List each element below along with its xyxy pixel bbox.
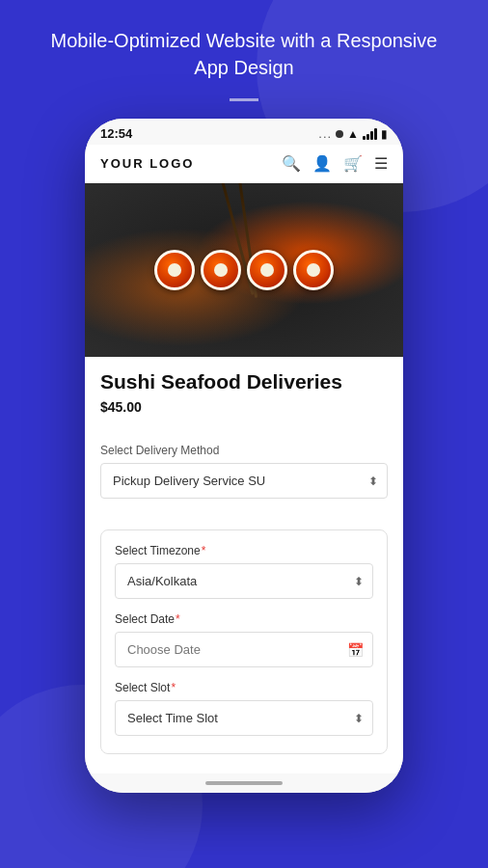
user-icon[interactable]: 👤: [312, 154, 332, 173]
date-required-star: *: [176, 612, 180, 626]
sushi-piece-2: [201, 250, 241, 290]
status-icons: ... ▲ ▮: [318, 126, 388, 141]
header-divider: [230, 98, 258, 101]
status-dots: ...: [318, 126, 332, 141]
slot-label-text: Select Slot: [115, 681, 170, 694]
phone-content: YOUR LOGO 🔍 👤 🛒 ☰ S: [85, 145, 403, 773]
camera-dot: [336, 130, 343, 138]
date-input[interactable]: [115, 632, 373, 667]
nav-bar: YOUR LOGO 🔍 👤 🛒 ☰: [85, 145, 403, 183]
date-label-text: Select Date: [115, 612, 175, 626]
timezone-label-text: Select Timezone: [115, 544, 201, 557]
cart-icon[interactable]: 🛒: [343, 154, 363, 173]
slot-label: Select Slot*: [115, 681, 373, 694]
timezone-label: Select Timezone*: [115, 544, 373, 557]
status-bar: 12:54 ... ▲ ▮: [85, 119, 403, 145]
timezone-group: Select Timezone* Asia/Kolkata ⬍: [115, 544, 373, 599]
form-card: Select Timezone* Asia/Kolkata ⬍ Select D…: [100, 529, 388, 754]
battery-icon: ▮: [381, 127, 388, 141]
sushi-piece-3: [247, 250, 287, 290]
date-group: Select Date* 📅: [115, 612, 373, 667]
product-price: $45.00: [100, 399, 388, 415]
nav-icons: 🔍 👤 🛒 ☰: [282, 154, 388, 173]
wifi-icon: ▲: [347, 127, 359, 141]
signal-bars-icon: [363, 128, 377, 140]
slot-group: Select Slot* Select Time Slot ⬍: [115, 681, 373, 736]
page-header-title: Mobile-Optimized Website with a Responsi…: [0, 0, 488, 98]
logo: YOUR LOGO: [100, 156, 194, 171]
timezone-select-wrapper: Asia/Kolkata ⬍: [115, 563, 373, 599]
slot-required-star: *: [171, 681, 176, 694]
home-indicator: [205, 781, 283, 785]
menu-icon[interactable]: ☰: [374, 154, 388, 173]
slot-select[interactable]: Select Time Slot: [115, 700, 373, 736]
delivery-method-section: Select Delivery Method Pickup Delivery S…: [85, 444, 403, 518]
timezone-select[interactable]: Asia/Kolkata: [115, 563, 373, 599]
timezone-required-star: *: [202, 544, 206, 557]
hero-image: [85, 183, 403, 357]
sushi-roll: [154, 250, 334, 290]
phone-bottom-bar: [85, 773, 403, 793]
search-icon[interactable]: 🔍: [282, 154, 301, 173]
product-title: Sushi Seafood Deliveries: [100, 370, 388, 393]
product-section: Sushi Seafood Deliveries $45.00: [85, 357, 403, 444]
date-label: Select Date*: [115, 612, 373, 626]
delivery-method-label: Select Delivery Method: [100, 444, 388, 457]
sushi-piece-4: [293, 250, 334, 290]
sushi-piece-1: [154, 250, 195, 290]
delivery-select-wrapper: Pickup Delivery Service SU ⬍: [100, 463, 388, 499]
date-input-wrapper: 📅: [115, 632, 373, 667]
slot-select-wrapper: Select Time Slot ⬍: [115, 700, 373, 736]
calendar-icon: 📅: [347, 642, 364, 658]
phone-frame: 12:54 ... ▲ ▮ YOUR LOGO 🔍 👤 🛒 ☰: [85, 119, 403, 793]
status-time: 12:54: [100, 126, 132, 141]
delivery-method-select[interactable]: Pickup Delivery Service SU: [100, 463, 388, 499]
